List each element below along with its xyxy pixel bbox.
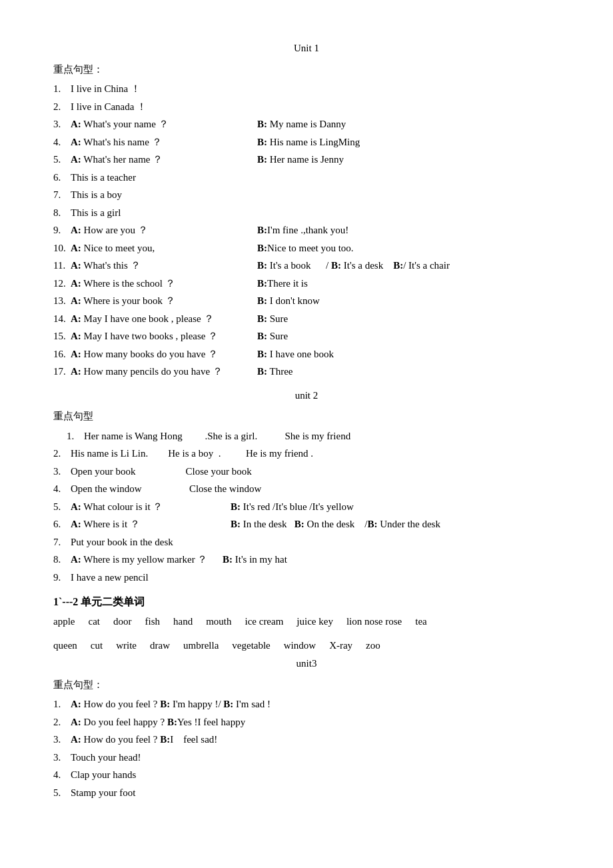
vocab-word: mouth bbox=[206, 613, 231, 631]
unit1-item-7: 7. This is a boy bbox=[53, 187, 560, 204]
item-num: 1. bbox=[53, 81, 71, 98]
item-text: This is a boy bbox=[71, 187, 122, 204]
vocab-word: ice cream bbox=[245, 613, 283, 631]
vocab-title: 1`---2 单元二类单词 bbox=[53, 593, 560, 611]
vocab-word: umbrella bbox=[183, 637, 219, 655]
item-text: His name is Li Lin. He is a boy . He is … bbox=[71, 445, 313, 463]
vocab-word: zoo bbox=[366, 637, 380, 655]
item-text: I live in China ！ bbox=[71, 81, 141, 98]
item-num: 4. bbox=[53, 134, 71, 151]
item-b: B:I'm fine .,thank you! bbox=[257, 222, 348, 239]
item-text: This is a teacher bbox=[71, 169, 136, 187]
unit2-item-4: 4. Open the window Close the window bbox=[53, 481, 560, 498]
item-text: I live in Canada ！ bbox=[71, 99, 147, 116]
unit2-item-7: 7. Put your book in the desk bbox=[53, 534, 560, 551]
item-b: B:There it is bbox=[257, 275, 308, 293]
item-text: A: How do you feel ? B:I feel sad! bbox=[71, 731, 217, 749]
vocab-word: fish bbox=[145, 613, 160, 631]
item-b: B: It's a book / B: It's a desk B:/ It's… bbox=[257, 257, 450, 275]
unit3-section-label: 重点句型： bbox=[53, 677, 560, 694]
unit1-section-label: 重点句型： bbox=[53, 61, 560, 79]
item-num: 13. bbox=[53, 293, 71, 310]
item-b: B: Sure bbox=[257, 328, 288, 345]
item-a: A: How are you ？ bbox=[71, 222, 257, 239]
item-text: Put your book in the desk bbox=[71, 534, 173, 551]
item-b: B: In the desk B: On the desk /B: Under … bbox=[231, 516, 440, 533]
unit1-item-2: 2. I live in Canada ！ bbox=[53, 99, 560, 116]
vocab-line2: queen cut write draw umbrella vegetable … bbox=[53, 637, 560, 655]
vocab-word: queen bbox=[53, 637, 77, 655]
item-b: B: Her name is Jenny bbox=[257, 151, 344, 169]
item-num: 9. bbox=[53, 222, 71, 239]
item-text: A: Do you feel happy ? B:Yes !I feel hap… bbox=[71, 714, 245, 731]
unit3-item-2: 2. A: Do you feel happy ? B:Yes !I feel … bbox=[53, 714, 560, 731]
vocab-word: lion nose rose bbox=[346, 613, 402, 631]
item-num: 14. bbox=[53, 311, 71, 328]
unit3-section: unit3 重点句型： 1. A: How do you feel ? B: I… bbox=[53, 655, 560, 801]
unit1-title: Unit 1 bbox=[53, 40, 560, 57]
item-a: A: May I have one book , please ？ bbox=[71, 311, 257, 328]
unit1-item-17: 17. A: How many pencils do you have ？ B:… bbox=[53, 363, 560, 381]
item-a: A: What's her name ？ bbox=[71, 151, 257, 169]
item-num: 3. bbox=[53, 463, 71, 481]
item-num: 16. bbox=[53, 346, 71, 363]
vocab-word: draw bbox=[150, 637, 170, 655]
unit3-item-4: 4. Clap your hands bbox=[53, 767, 560, 784]
vocab-line1: apple cat door fish hand mouth ice cream… bbox=[53, 613, 560, 631]
item-text: Stamp your foot bbox=[71, 785, 136, 802]
item-a: A: May I have two books , please ？ bbox=[71, 328, 257, 345]
unit1-item-12: 12. A: Where is the school ？ B:There it … bbox=[53, 275, 560, 293]
unit1-item-15: 15. A: May I have two books , please ？ B… bbox=[53, 328, 560, 345]
unit2-item-1: 1. Her name is Wang Hong .She is a girl.… bbox=[53, 428, 560, 445]
unit1-item-8: 8. This is a girl bbox=[53, 205, 560, 222]
unit1-item-4: 4. A: What's his name ？ B: His name is L… bbox=[53, 134, 560, 151]
item-num: 5. bbox=[53, 151, 71, 169]
unit3-title-text: unit3 bbox=[297, 658, 317, 669]
unit1-item-6: 6. This is a teacher bbox=[53, 169, 560, 187]
vocab-word: vegetable bbox=[232, 637, 270, 655]
unit1-item-1: 1. I live in China ！ bbox=[53, 81, 560, 98]
item-num: 4. bbox=[53, 481, 71, 498]
unit1-item-16: 16. A: How many books do you have ？ B: I… bbox=[53, 346, 560, 363]
item-a: A: How many books do you have ？ bbox=[71, 346, 257, 363]
unit1-item-13: 13. A: Where is your book ？ B: I don't k… bbox=[53, 293, 560, 310]
vocab-word: cut bbox=[91, 637, 103, 655]
item-text: A: Where is my yellow marker ？ B: It's i… bbox=[71, 551, 287, 569]
item-num: 3. bbox=[53, 749, 71, 767]
item-num: 3. bbox=[53, 116, 71, 133]
unit2-section: unit 2 重点句型 1. Her name is Wang Hong .Sh… bbox=[53, 387, 560, 587]
unit3-item-3: 3. A: How do you feel ? B:I feel sad! bbox=[53, 731, 560, 749]
item-a: A: What colour is it ？ bbox=[71, 499, 231, 516]
item-num: 6. bbox=[53, 169, 71, 187]
item-num: 1. bbox=[67, 428, 84, 445]
item-b: B: Sure bbox=[257, 311, 288, 328]
item-b: B: It's red /It's blue /It's yellow bbox=[231, 499, 354, 516]
unit1-section: Unit 1 重点句型： 1. I live in China ！ 2. I l… bbox=[53, 40, 560, 381]
item-num: 2. bbox=[53, 714, 71, 731]
item-num: 17. bbox=[53, 363, 71, 381]
vocab-word: apple bbox=[53, 613, 75, 631]
item-text: Open the window Close the window bbox=[71, 481, 261, 498]
item-a: A: Where is your book ？ bbox=[71, 293, 257, 310]
unit1-item-9: 9. A: How are you ？ B:I'm fine .,thank y… bbox=[53, 222, 560, 239]
item-a: A: Nice to meet you, bbox=[71, 240, 257, 257]
item-a: A: What's this ？ bbox=[71, 257, 257, 275]
item-num: 2. bbox=[53, 445, 71, 463]
unit1-item-5: 5. A: What's her name ？ B: Her name is J… bbox=[53, 151, 560, 169]
item-b: B:Nice to meet you too. bbox=[257, 240, 354, 257]
item-num: 2. bbox=[53, 99, 71, 116]
item-num: 7. bbox=[53, 187, 71, 204]
item-num: 9. bbox=[53, 569, 71, 587]
unit1-item-14: 14. A: May I have one book , please ？ B:… bbox=[53, 311, 560, 328]
item-text: Touch your head! bbox=[71, 749, 141, 767]
unit3-item-3b: 3. Touch your head! bbox=[53, 749, 560, 767]
item-b: B: I have one book bbox=[257, 346, 334, 363]
vocab-word: cat bbox=[88, 613, 99, 631]
unit3-title: unit3 bbox=[53, 655, 560, 673]
unit1-item-3: 3. A: What's your name ？ B: My name is D… bbox=[53, 116, 560, 133]
unit2-item-2: 2. His name is Li Lin. He is a boy . He … bbox=[53, 445, 560, 463]
item-b: B: My name is Danny bbox=[257, 116, 346, 133]
item-num: 8. bbox=[53, 551, 71, 569]
item-num: 7. bbox=[53, 534, 71, 551]
vocab-word: X-ray bbox=[329, 637, 352, 655]
